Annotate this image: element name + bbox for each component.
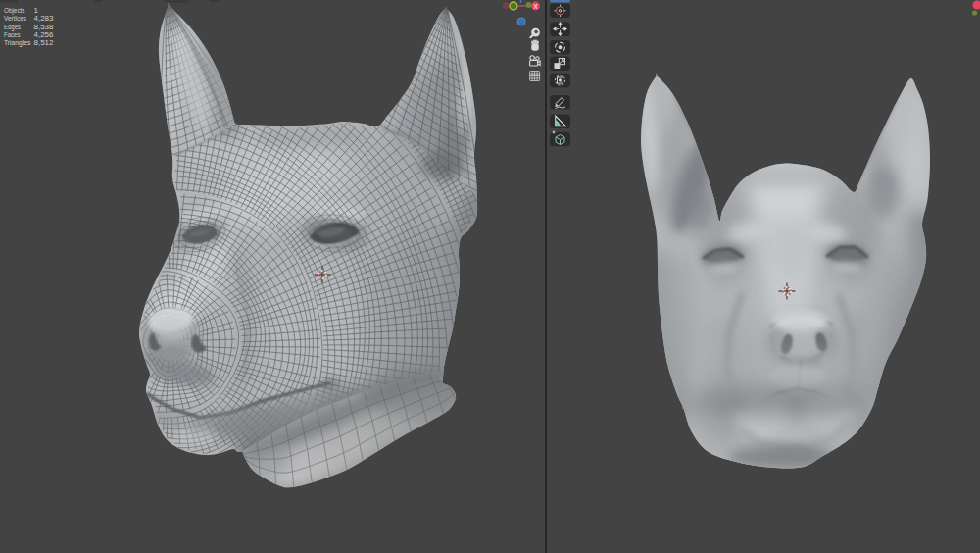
- svg-text:X: X: [533, 3, 538, 10]
- svg-text:8,512: 8,512: [34, 38, 55, 47]
- svg-text:Triangles: Triangles: [4, 38, 31, 47]
